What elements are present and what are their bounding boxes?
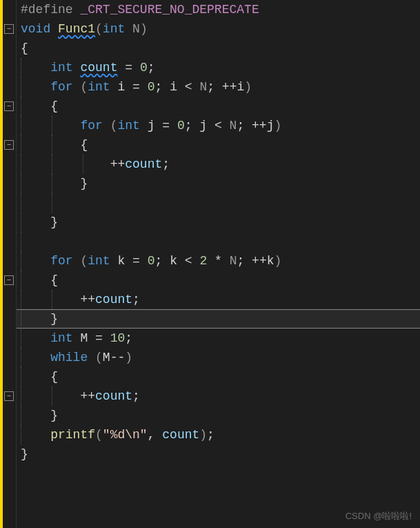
- code-line: {: [21, 271, 420, 290]
- watermark: CSDN @啦啦啦!: [346, 510, 412, 522]
- code-line: [21, 193, 420, 213]
- code-line: }: [21, 213, 420, 232]
- code-line: }: [21, 309, 420, 329]
- code-area[interactable]: #define _CRT_SECURE_NO_DEPRECATE void Fu…: [17, 0, 420, 528]
- code-line: int count = 0;: [21, 58, 420, 77]
- code-line: int M = 10;: [21, 329, 420, 348]
- fold-toggle[interactable]: −: [4, 140, 14, 150]
- fold-gutter: − − − − −: [3, 0, 17, 528]
- code-line: {: [21, 97, 420, 116]
- code-line: for (int j = 0; j < N; ++j): [21, 116, 420, 135]
- code-editor: − − − − − #define _CRT_SECURE_NO_DEPRECA…: [0, 0, 420, 528]
- code-line: }: [21, 174, 420, 193]
- code-line: ++count;: [21, 290, 420, 309]
- code-line: }: [21, 406, 420, 425]
- code-line: ++count;: [21, 155, 420, 174]
- code-line: ++count;: [21, 387, 420, 406]
- fold-toggle[interactable]: −: [4, 391, 14, 401]
- code-line: {: [21, 39, 420, 58]
- code-line: {: [21, 367, 420, 387]
- code-line: while (M--): [21, 348, 420, 367]
- code-line: }: [21, 444, 420, 464]
- code-line: {: [21, 135, 420, 155]
- code-line: void Func1(int N): [21, 19, 420, 39]
- fold-toggle[interactable]: −: [4, 275, 14, 285]
- code-line: for (int k = 0; k < 2 * N; ++k): [21, 251, 420, 271]
- fold-toggle[interactable]: −: [4, 24, 14, 34]
- code-line: for (int i = 0; i < N; ++i): [21, 77, 420, 97]
- fold-toggle[interactable]: −: [4, 101, 14, 111]
- code-line: printf("%d\n", count);: [21, 425, 420, 444]
- code-line: [21, 232, 420, 251]
- code-line: #define _CRT_SECURE_NO_DEPRECATE: [21, 0, 420, 19]
